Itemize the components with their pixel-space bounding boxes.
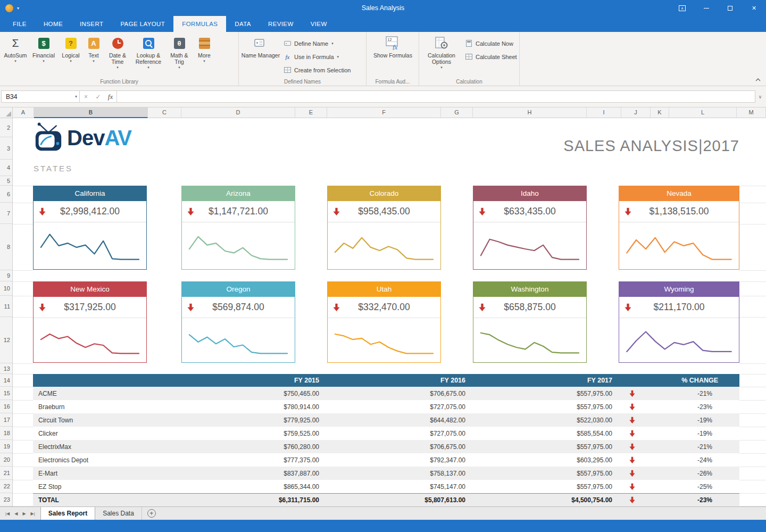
text-button[interactable]: A Text ▾ <box>83 34 104 63</box>
row-header-6[interactable]: 6 <box>0 186 12 203</box>
close-button[interactable]: × <box>742 0 766 16</box>
quick-access-dropdown-icon[interactable]: ▾ <box>17 6 19 11</box>
change-cell[interactable]: -26% <box>613 470 739 477</box>
table-header-fy2015[interactable]: FY 2015 <box>181 377 320 384</box>
change-cell[interactable]: -23% <box>613 497 739 503</box>
tab-file[interactable]: FILE <box>4 16 35 32</box>
fy2017-cell[interactable]: $557,975.00 <box>467 444 613 450</box>
select-all-corner[interactable] <box>0 107 13 118</box>
fy2015-cell[interactable]: $780,914.00 <box>181 404 320 410</box>
more-functions-button[interactable]: More ▾ <box>193 34 216 63</box>
fy2015-cell[interactable]: $759,525.00 <box>181 430 320 437</box>
change-cell[interactable]: -19% <box>613 417 739 423</box>
company-cell[interactable]: ACME <box>33 390 181 397</box>
company-cell[interactable]: Electronics Depot <box>33 457 181 463</box>
fy2016-cell[interactable]: $727,075.00 <box>320 430 467 437</box>
maximize-button[interactable] <box>718 0 742 16</box>
row-header-17[interactable]: 17 <box>0 413 12 427</box>
calculate-sheet-button[interactable]: Calculate Sheet <box>462 50 520 63</box>
calculation-options-button[interactable]: Calculation Options ▾ <box>421 34 462 69</box>
company-cell[interactable]: Circuit Town <box>33 417 181 423</box>
row-header-2[interactable]: 2 <box>0 118 12 137</box>
lookup-reference-button[interactable]: Lookup & Reference ▾ <box>131 34 166 69</box>
calculate-now-button[interactable]: Calculate Now <box>462 37 520 50</box>
change-cell[interactable]: -21% <box>613 444 739 450</box>
tab-review[interactable]: REVIEW <box>260 16 302 32</box>
column-header-K[interactable]: K <box>651 107 669 118</box>
fy2017-cell[interactable]: $4,500,754.00 <box>467 497 613 503</box>
row-header-8[interactable]: 8 <box>0 224 12 270</box>
column-header-F[interactable]: F <box>327 107 441 118</box>
column-header-I[interactable]: I <box>587 107 621 118</box>
change-cell[interactable]: -21% <box>613 390 739 397</box>
state-card-nevada[interactable]: Nevada$1,138,515.00 <box>619 186 739 270</box>
fy2016-cell[interactable]: $792,347.00 <box>320 457 467 463</box>
fy2015-cell[interactable]: $779,925.00 <box>181 417 320 423</box>
fy2016-cell[interactable]: $706,675.00 <box>320 390 467 397</box>
fy2015-cell[interactable]: $837,887.00 <box>181 470 320 477</box>
row-header-20[interactable]: 20 <box>0 453 12 467</box>
define-name-button[interactable]: Define Name ▾ <box>280 37 354 50</box>
column-header-D[interactable]: D <box>181 107 295 118</box>
fy2015-cell[interactable]: $865,344.00 <box>181 484 320 490</box>
tab-view[interactable]: VIEW <box>302 16 336 32</box>
fy2016-cell[interactable]: $727,075.00 <box>320 404 467 410</box>
row-header-12[interactable]: 12 <box>0 317 12 363</box>
state-card-california[interactable]: California$2,998,412.00 <box>33 186 147 270</box>
state-card-oregon[interactable]: Oregon$569,874.00 <box>181 281 295 363</box>
column-header-H[interactable]: H <box>473 107 587 118</box>
fy2016-cell[interactable]: $5,807,613.00 <box>320 497 467 503</box>
name-manager-button[interactable]: Name Manager <box>241 34 280 59</box>
fy2016-cell[interactable]: $745,147.00 <box>320 484 467 490</box>
row-header-13[interactable]: 13 <box>0 363 12 374</box>
show-formulas-button[interactable]: 12 fx Show Formulas <box>369 34 417 59</box>
state-card-wyoming[interactable]: Wyoming$211,170.00 <box>619 281 739 363</box>
company-cell[interactable]: EZ Stop <box>33 484 181 490</box>
last-sheet-icon[interactable]: ▶| <box>31 511 35 516</box>
column-header-C[interactable]: C <box>148 107 181 118</box>
row-header-23[interactable]: 23 <box>0 493 12 506</box>
financial-button[interactable]: $ Financial ▾ <box>29 34 59 63</box>
formula-input[interactable] <box>117 90 755 103</box>
prev-sheet-icon[interactable]: ◀ <box>14 511 18 516</box>
fy2017-cell[interactable]: $557,975.00 <box>467 404 613 410</box>
row-header-5[interactable]: 5 <box>0 176 12 186</box>
sheet-tab-sales-report[interactable]: Sales Report <box>40 507 95 520</box>
company-cell[interactable]: Braeburn <box>33 404 181 410</box>
company-cell[interactable]: TOTAL <box>33 497 181 503</box>
company-cell[interactable]: E-Mart <box>33 470 181 477</box>
minimize-button[interactable] <box>694 0 718 16</box>
company-cell[interactable]: ElectrixMax <box>33 444 181 450</box>
fy2015-cell[interactable]: $6,311,715.00 <box>181 497 320 503</box>
fy2015-cell[interactable]: $750,465.00 <box>181 390 320 397</box>
tab-insert[interactable]: INSERT <box>71 16 112 32</box>
tab-page-layout[interactable]: PAGE LAYOUT <box>112 16 173 32</box>
logical-button[interactable]: ? Logical ▾ <box>59 34 83 63</box>
row-header-16[interactable]: 16 <box>0 400 12 413</box>
change-cell[interactable]: -24% <box>613 457 739 463</box>
state-card-arizona[interactable]: Arizona$1,147,721.00 <box>181 186 295 270</box>
new-sheet-button[interactable]: + <box>147 509 156 518</box>
fy2017-cell[interactable]: $585,554.00 <box>467 430 613 437</box>
row-header-18[interactable]: 18 <box>0 427 12 440</box>
change-cell[interactable]: -25% <box>613 484 739 490</box>
fy2017-cell[interactable]: $522,030.00 <box>467 417 613 423</box>
fy2017-cell[interactable]: $557,975.00 <box>467 470 613 477</box>
row-header-9[interactable]: 9 <box>0 270 12 281</box>
column-header-L[interactable]: L <box>669 107 737 118</box>
autosum-button[interactable]: Σ AutoSum ▾ <box>2 34 29 63</box>
column-header-J[interactable]: J <box>621 107 651 118</box>
fy2016-cell[interactable]: $644,482.00 <box>320 417 467 423</box>
fy2017-cell[interactable]: $603,295.00 <box>467 457 613 463</box>
row-header-4[interactable]: 4 <box>0 160 12 176</box>
math-trig-button[interactable]: θ Math & Trig ▾ <box>166 34 193 69</box>
insert-function-icon[interactable]: fx <box>104 93 116 101</box>
use-in-formula-button[interactable]: fx Use in Formula ▾ <box>280 50 354 63</box>
ribbon-display-options-icon[interactable]: ∧ <box>670 0 694 16</box>
row-header-11[interactable]: 11 <box>0 296 12 317</box>
collapse-ribbon-icon[interactable] <box>755 74 761 84</box>
change-cell[interactable]: -23% <box>613 404 739 410</box>
row-header-7[interactable]: 7 <box>0 203 12 224</box>
table-header-fy2016[interactable]: FY 2016 <box>320 377 467 384</box>
create-from-selection-button[interactable]: Create from Selection <box>280 63 354 77</box>
